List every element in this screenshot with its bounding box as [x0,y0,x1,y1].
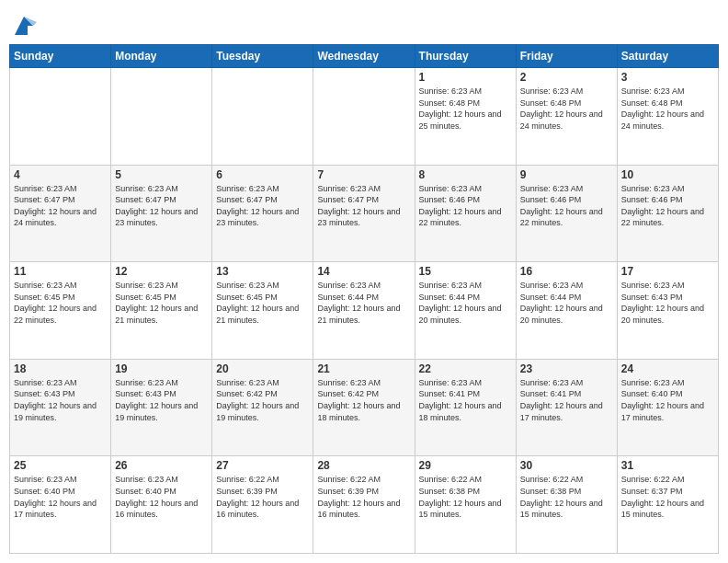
day-number: 12 [115,265,208,278]
day-number: 20 [216,362,309,375]
calendar-day-cell: 6Sunrise: 6:23 AM Sunset: 6:47 PM Daylig… [212,165,313,262]
calendar-day-cell: 23Sunrise: 6:23 AM Sunset: 6:41 PM Dayli… [516,359,617,456]
page: SundayMondayTuesdayWednesdayThursdayFrid… [0,0,728,563]
day-info: Sunrise: 6:23 AM Sunset: 6:48 PM Dayligh… [419,86,512,132]
day-info: Sunrise: 6:23 AM Sunset: 6:43 PM Dayligh… [115,377,208,423]
day-info: Sunrise: 6:23 AM Sunset: 6:44 PM Dayligh… [317,280,410,326]
day-number: 4 [14,168,107,181]
day-info: Sunrise: 6:23 AM Sunset: 6:48 PM Dayligh… [621,86,714,132]
day-number: 2 [520,71,613,84]
calendar-day-cell [313,68,415,166]
day-number: 23 [520,362,613,375]
calendar-day-cell: 21Sunrise: 6:23 AM Sunset: 6:42 PM Dayli… [313,359,415,456]
day-of-week-header: Friday [516,45,617,68]
day-info: Sunrise: 6:23 AM Sunset: 6:46 PM Dayligh… [520,183,613,229]
calendar-day-cell: 31Sunrise: 6:22 AM Sunset: 6:37 PM Dayli… [617,456,718,554]
calendar-header-row: SundayMondayTuesdayWednesdayThursdayFrid… [10,45,719,68]
day-info: Sunrise: 6:23 AM Sunset: 6:46 PM Dayligh… [621,183,714,229]
day-number: 6 [216,168,309,181]
day-number: 25 [14,459,107,472]
calendar-day-cell: 14Sunrise: 6:23 AM Sunset: 6:44 PM Dayli… [313,262,415,360]
calendar-day-cell: 17Sunrise: 6:23 AM Sunset: 6:43 PM Dayli… [617,262,718,360]
day-number: 1 [419,71,512,84]
day-number: 18 [14,362,107,375]
calendar-day-cell: 8Sunrise: 6:23 AM Sunset: 6:46 PM Daylig… [415,165,516,262]
day-info: Sunrise: 6:23 AM Sunset: 6:47 PM Dayligh… [317,183,410,229]
day-of-week-header: Sunday [10,45,111,68]
day-info: Sunrise: 6:22 AM Sunset: 6:38 PM Dayligh… [419,474,512,520]
day-info: Sunrise: 6:23 AM Sunset: 6:47 PM Dayligh… [115,183,208,229]
day-of-week-header: Monday [111,45,212,68]
day-number: 8 [419,168,512,181]
calendar-day-cell: 30Sunrise: 6:22 AM Sunset: 6:38 PM Dayli… [516,456,617,554]
calendar-day-cell: 9Sunrise: 6:23 AM Sunset: 6:46 PM Daylig… [516,165,617,262]
calendar-week-row: 25Sunrise: 6:23 AM Sunset: 6:40 PM Dayli… [10,456,719,554]
calendar-day-cell: 18Sunrise: 6:23 AM Sunset: 6:43 PM Dayli… [10,359,111,456]
day-info: Sunrise: 6:22 AM Sunset: 6:39 PM Dayligh… [216,474,309,520]
day-info: Sunrise: 6:22 AM Sunset: 6:39 PM Dayligh… [317,474,410,520]
calendar-day-cell: 28Sunrise: 6:22 AM Sunset: 6:39 PM Dayli… [313,456,415,554]
day-info: Sunrise: 6:23 AM Sunset: 6:44 PM Dayligh… [520,280,613,326]
day-number: 3 [621,71,714,84]
day-number: 14 [317,265,410,278]
day-info: Sunrise: 6:23 AM Sunset: 6:42 PM Dayligh… [317,377,410,423]
calendar-day-cell: 1Sunrise: 6:23 AM Sunset: 6:48 PM Daylig… [415,68,516,166]
calendar-day-cell: 5Sunrise: 6:23 AM Sunset: 6:47 PM Daylig… [111,165,212,262]
calendar-day-cell: 10Sunrise: 6:23 AM Sunset: 6:46 PM Dayli… [617,165,718,262]
logo-icon [11,13,37,39]
day-number: 7 [317,168,410,181]
calendar-day-cell: 20Sunrise: 6:23 AM Sunset: 6:42 PM Dayli… [212,359,313,456]
day-number: 31 [621,459,714,472]
calendar-day-cell: 26Sunrise: 6:23 AM Sunset: 6:40 PM Dayli… [111,456,212,554]
calendar-day-cell: 27Sunrise: 6:22 AM Sunset: 6:39 PM Dayli… [212,456,313,554]
calendar-day-cell: 29Sunrise: 6:22 AM Sunset: 6:38 PM Dayli… [415,456,516,554]
calendar-week-row: 18Sunrise: 6:23 AM Sunset: 6:43 PM Dayli… [10,359,719,456]
calendar-day-cell: 3Sunrise: 6:23 AM Sunset: 6:48 PM Daylig… [617,68,718,166]
calendar-day-cell: 4Sunrise: 6:23 AM Sunset: 6:47 PM Daylig… [10,165,111,262]
day-info: Sunrise: 6:23 AM Sunset: 6:41 PM Dayligh… [520,377,613,423]
calendar-week-row: 11Sunrise: 6:23 AM Sunset: 6:45 PM Dayli… [10,262,719,360]
calendar-day-cell: 7Sunrise: 6:23 AM Sunset: 6:47 PM Daylig… [313,165,415,262]
calendar-day-cell: 16Sunrise: 6:23 AM Sunset: 6:44 PM Dayli… [516,262,617,360]
calendar-day-cell: 24Sunrise: 6:23 AM Sunset: 6:40 PM Dayli… [617,359,718,456]
day-number: 19 [115,362,208,375]
day-number: 15 [419,265,512,278]
day-number: 21 [317,362,410,375]
calendar-table: SundayMondayTuesdayWednesdayThursdayFrid… [9,44,719,554]
day-of-week-header: Thursday [415,45,516,68]
day-number: 10 [621,168,714,181]
day-info: Sunrise: 6:23 AM Sunset: 6:40 PM Dayligh… [115,474,208,520]
day-info: Sunrise: 6:23 AM Sunset: 6:48 PM Dayligh… [520,86,613,132]
calendar-day-cell [212,68,313,166]
day-info: Sunrise: 6:23 AM Sunset: 6:43 PM Dayligh… [621,280,714,326]
day-info: Sunrise: 6:23 AM Sunset: 6:41 PM Dayligh… [419,377,512,423]
calendar-day-cell: 22Sunrise: 6:23 AM Sunset: 6:41 PM Dayli… [415,359,516,456]
day-number: 13 [216,265,309,278]
day-info: Sunrise: 6:23 AM Sunset: 6:45 PM Dayligh… [216,280,309,326]
day-number: 9 [520,168,613,181]
day-of-week-header: Wednesday [313,45,415,68]
calendar-week-row: 4Sunrise: 6:23 AM Sunset: 6:47 PM Daylig… [10,165,719,262]
day-info: Sunrise: 6:23 AM Sunset: 6:47 PM Dayligh… [216,183,309,229]
calendar-day-cell: 19Sunrise: 6:23 AM Sunset: 6:43 PM Dayli… [111,359,212,456]
day-info: Sunrise: 6:23 AM Sunset: 6:44 PM Dayligh… [419,280,512,326]
day-info: Sunrise: 6:23 AM Sunset: 6:40 PM Dayligh… [621,377,714,423]
day-info: Sunrise: 6:23 AM Sunset: 6:45 PM Dayligh… [115,280,208,326]
calendar-day-cell: 25Sunrise: 6:23 AM Sunset: 6:40 PM Dayli… [10,456,111,554]
day-info: Sunrise: 6:22 AM Sunset: 6:38 PM Dayligh… [520,474,613,520]
day-info: Sunrise: 6:22 AM Sunset: 6:37 PM Dayligh… [621,474,714,520]
calendar-day-cell: 2Sunrise: 6:23 AM Sunset: 6:48 PM Daylig… [516,68,617,166]
calendar-day-cell: 11Sunrise: 6:23 AM Sunset: 6:45 PM Dayli… [10,262,111,360]
day-info: Sunrise: 6:23 AM Sunset: 6:40 PM Dayligh… [14,474,107,520]
day-of-week-header: Saturday [617,45,718,68]
calendar-day-cell [10,68,111,166]
day-number: 17 [621,265,714,278]
day-info: Sunrise: 6:23 AM Sunset: 6:43 PM Dayligh… [14,377,107,423]
calendar-day-cell: 13Sunrise: 6:23 AM Sunset: 6:45 PM Dayli… [212,262,313,360]
day-number: 30 [520,459,613,472]
day-info: Sunrise: 6:23 AM Sunset: 6:47 PM Dayligh… [14,183,107,229]
day-number: 11 [14,265,107,278]
calendar-week-row: 1Sunrise: 6:23 AM Sunset: 6:48 PM Daylig… [10,68,719,166]
day-number: 27 [216,459,309,472]
header [9,9,719,39]
